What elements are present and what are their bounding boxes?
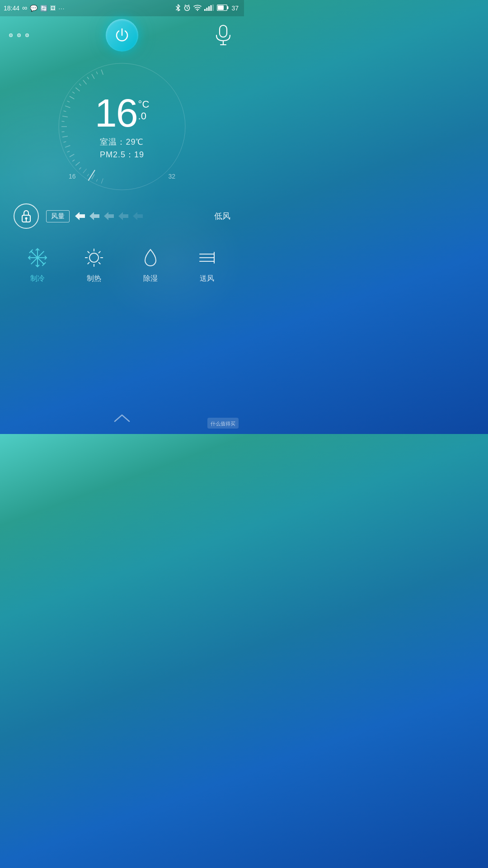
nav-dots (9, 33, 29, 37)
svg-rect-12 (227, 6, 229, 9)
svg-line-41 (79, 84, 81, 85)
svg-line-31 (62, 132, 65, 132)
nav-dot-2[interactable] (17, 33, 21, 37)
watermark: 什么值得买 (207, 418, 239, 429)
mode-button-cool[interactable]: 制冷 (19, 242, 56, 287)
scale-min-label: 16 (69, 173, 76, 180)
fan-label[interactable]: 风量 (46, 210, 70, 222)
fan-mode-label: 送风 (200, 274, 214, 283)
svg-line-37 (67, 101, 70, 102)
temp-main: 16 (95, 93, 137, 133)
status-left: 18:44 ∞ 💬 🔄 🖼 ··· (4, 4, 65, 12)
pm-value: 19 (134, 150, 144, 159)
svg-line-30 (62, 136, 68, 137)
svg-rect-6 (204, 9, 206, 11)
fan-arrow-2 (88, 210, 101, 222)
fan-arrow-4 (117, 210, 130, 222)
svg-line-21 (87, 174, 89, 176)
svg-line-45 (96, 72, 98, 74)
bluetooth-icon (175, 4, 181, 13)
temp-decimal: .0 (138, 110, 146, 122)
temp-unit: °C (138, 99, 150, 110)
svg-point-55 (89, 253, 99, 262)
fan-section: 风量 低风 (0, 194, 244, 238)
dehumidify-label: 除湿 (143, 274, 158, 283)
svg-rect-10 (212, 5, 214, 11)
room-temp-value: 29℃ (126, 137, 144, 146)
temp-decimal-block: °C .0 (138, 99, 150, 123)
svg-line-43 (87, 77, 89, 79)
svg-line-33 (62, 121, 65, 122)
svg-rect-14 (220, 25, 227, 37)
nav-dot-3[interactable] (25, 33, 29, 37)
svg-line-22 (83, 169, 87, 173)
mode-button-fan[interactable]: 送风 (188, 242, 226, 287)
svg-line-36 (65, 106, 70, 108)
sync-icon: 🔄 (40, 5, 47, 12)
thermostat-circle: 16 °C .0 室温：29℃ PM2.5：19 16 32 (54, 59, 190, 194)
fan-arrow-5 (131, 210, 145, 222)
scale-max-label: 32 (168, 173, 175, 180)
status-bar: 18:44 ∞ 💬 🔄 🖼 ··· (0, 0, 244, 16)
svg-line-35 (64, 111, 66, 112)
svg-line-62 (99, 251, 100, 253)
svg-line-24 (75, 162, 80, 165)
fan-icon (195, 246, 219, 269)
bottom-section (113, 412, 131, 425)
room-temp-label: 室温： (100, 137, 126, 146)
svg-line-28 (65, 146, 70, 147)
chevron-up-button[interactable] (113, 412, 131, 425)
thermostat-section: 16 °C .0 室温：29℃ PM2.5：19 16 32 (0, 59, 244, 194)
svg-line-4 (188, 5, 189, 5)
fan-arrows (73, 210, 207, 222)
mode-button-heat[interactable]: 制热 (75, 242, 113, 287)
svg-point-5 (197, 9, 198, 10)
mic-button[interactable] (211, 24, 235, 47)
dehumidify-icon (139, 246, 162, 269)
lock-button[interactable] (14, 203, 39, 229)
svg-rect-7 (206, 8, 208, 11)
svg-line-19 (96, 179, 98, 181)
svg-line-29 (64, 142, 66, 142)
status-right: 37 (175, 4, 239, 13)
time-display: 18:44 (4, 5, 19, 12)
svg-line-23 (79, 168, 81, 170)
svg-line-42 (83, 80, 87, 84)
svg-line-63 (87, 262, 89, 264)
pm-display: PM2.5：19 (95, 149, 150, 160)
svg-line-18 (101, 179, 103, 184)
svg-line-25 (72, 160, 75, 161)
svg-line-27 (67, 151, 70, 152)
heat-label: 制热 (87, 274, 101, 283)
cool-icon (26, 246, 49, 269)
svg-line-3 (185, 5, 186, 5)
svg-line-61 (99, 262, 100, 264)
battery-icon (217, 5, 229, 12)
power-button[interactable] (106, 19, 138, 52)
alarm-icon (183, 4, 191, 13)
svg-line-38 (70, 96, 74, 99)
fan-control: 风量 低风 (46, 210, 230, 222)
cool-label: 制冷 (30, 274, 45, 283)
fan-arrow-3 (102, 210, 116, 222)
svg-line-46 (101, 70, 103, 75)
battery-percent: 37 (231, 5, 239, 12)
thermostat-content: 16 °C .0 室温：29℃ PM2.5：19 (95, 93, 150, 160)
mode-button-dehumidify[interactable]: 除湿 (131, 242, 169, 287)
heat-icon (82, 246, 106, 269)
svg-line-60 (87, 251, 89, 253)
svg-rect-13 (218, 5, 224, 10)
svg-line-34 (62, 116, 68, 117)
svg-rect-9 (211, 5, 212, 11)
svg-line-2 (187, 8, 188, 9)
fan-arrow-1 (73, 210, 87, 222)
svg-line-39 (72, 92, 75, 93)
svg-line-26 (70, 154, 74, 157)
nav-dot-1[interactable] (9, 33, 13, 37)
svg-rect-8 (208, 6, 210, 11)
pm-label: PM2.5： (100, 150, 134, 159)
more-icon: ··· (58, 5, 65, 12)
room-temp-display: 室温：29℃ (95, 137, 150, 147)
wifi-icon (193, 5, 202, 12)
top-nav (0, 16, 244, 54)
